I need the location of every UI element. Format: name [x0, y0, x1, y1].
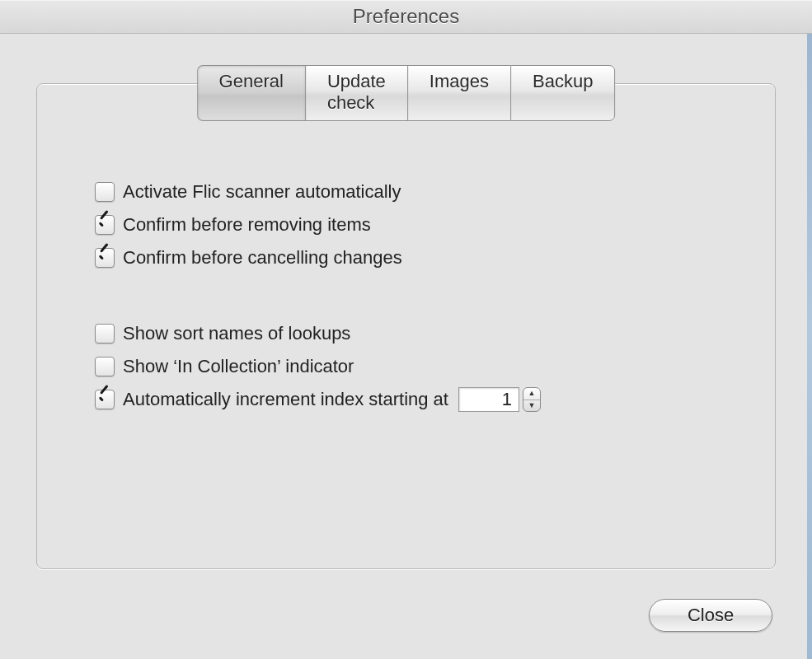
close-button[interactable]: Close: [649, 599, 772, 632]
label-confirm-remove: Confirm before removing items: [123, 211, 371, 239]
tab-general[interactable]: General: [197, 65, 305, 121]
checkbox-auto-increment[interactable]: [95, 390, 115, 409]
label-activate-flic: Activate Flic scanner automatically: [123, 178, 401, 206]
options-list: Activate Flic scanner automatically Conf…: [95, 175, 742, 418]
checkbox-show-sort-names[interactable]: [95, 324, 115, 344]
label-show-in-collection: Show ‘In Collection’ indicator: [123, 353, 354, 381]
index-start-input[interactable]: [458, 387, 519, 412]
checkbox-confirm-remove[interactable]: [95, 215, 115, 235]
tab-images[interactable]: Images: [407, 65, 510, 121]
option-auto-increment: Automatically increment index starting a…: [95, 386, 742, 414]
window-title: Preferences: [0, 5, 812, 28]
label-auto-increment: Automatically increment index starting a…: [123, 386, 448, 414]
tab-bar: General Update check Images Backup: [197, 65, 616, 121]
spacer: [95, 277, 742, 316]
stepper-down-icon[interactable]: [523, 400, 540, 412]
label-show-sort-names: Show sort names of lookups: [123, 320, 350, 348]
index-stepper: [523, 387, 541, 412]
preferences-groupbox: Activate Flic scanner automatically Conf…: [36, 83, 776, 569]
titlebar: Preferences: [0, 0, 812, 34]
index-stepper-group: [458, 387, 541, 412]
label-confirm-cancel: Confirm before cancelling changes: [123, 244, 402, 272]
option-show-in-collection: Show ‘In Collection’ indicator: [95, 353, 742, 381]
option-confirm-remove: Confirm before removing items: [95, 211, 742, 239]
dialog-body: General Update check Images Backup Activ…: [0, 34, 812, 659]
option-activate-flic: Activate Flic scanner automatically: [95, 178, 742, 206]
option-show-sort-names: Show sort names of lookups: [95, 320, 742, 348]
checkbox-activate-flic[interactable]: [95, 182, 115, 202]
tab-backup[interactable]: Backup: [510, 65, 615, 121]
tab-update-check[interactable]: Update check: [305, 65, 407, 121]
checkbox-show-in-collection[interactable]: [95, 357, 115, 376]
checkbox-confirm-cancel[interactable]: [95, 248, 115, 268]
stepper-up-icon[interactable]: [523, 388, 540, 400]
option-confirm-cancel: Confirm before cancelling changes: [95, 244, 742, 272]
